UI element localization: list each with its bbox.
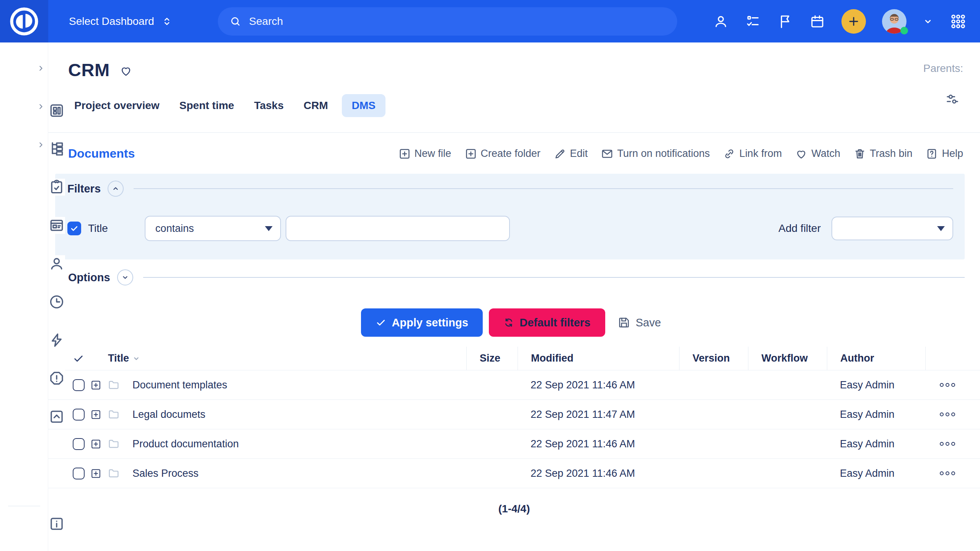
sidebar-expand-toggle[interactable] <box>0 522 48 538</box>
expand-plus-icon[interactable] <box>90 409 102 421</box>
plus-square-icon <box>464 147 477 160</box>
save-button[interactable]: Save <box>611 308 667 337</box>
help-label: Help <box>942 148 963 160</box>
new-file-button[interactable]: New file <box>398 147 451 160</box>
main-content: CRM Parents: Project overview Spent time… <box>48 42 980 551</box>
apply-settings-button[interactable]: Apply settings <box>361 308 483 337</box>
folder-icon <box>107 378 120 391</box>
turn-on-notifications-button[interactable]: Turn on notifications <box>601 147 710 160</box>
link-from-label: Link from <box>739 148 782 160</box>
filters-heading: Filters <box>67 183 101 195</box>
default-filters-button[interactable]: Default filters <box>489 308 605 337</box>
folder-icon <box>107 437 120 450</box>
apps-grid-icon[interactable] <box>949 13 967 30</box>
default-filters-label: Default filters <box>519 316 590 329</box>
tab-dms[interactable]: DMS <box>342 94 385 117</box>
create-folder-button[interactable]: Create folder <box>464 147 541 160</box>
row-checkbox[interactable] <box>73 409 85 421</box>
edit-label: Edit <box>570 148 588 160</box>
document-title[interactable]: Product documentation <box>132 438 239 450</box>
expand-plus-icon[interactable] <box>90 438 102 450</box>
sidebar-item-alerts[interactable] <box>0 328 48 344</box>
trash-bin-button[interactable]: Trash bin <box>853 147 913 160</box>
sidebar-item-info[interactable] <box>0 473 48 490</box>
filters-collapse-button[interactable] <box>108 181 124 197</box>
edit-button[interactable]: Edit <box>554 147 588 160</box>
create-folder-label: Create folder <box>481 148 541 160</box>
expand-plus-icon[interactable] <box>90 379 102 391</box>
tasks-checklist-icon[interactable] <box>745 13 761 29</box>
sidebar-item-upload[interactable] <box>0 366 48 383</box>
tab-project-overview[interactable]: Project overview <box>68 94 166 117</box>
cell-size <box>466 459 518 488</box>
filter-value-input[interactable] <box>286 216 510 241</box>
sidebar-item-time[interactable] <box>0 251 48 268</box>
add-filter-label: Add filter <box>779 222 821 235</box>
search-input[interactable] <box>249 15 666 28</box>
cell-version <box>679 400 748 429</box>
documents-header: Documents New file Create folder Edit Tu… <box>48 133 980 161</box>
row-actions-menu[interactable] <box>925 400 980 429</box>
sort-chevron-down-icon[interactable] <box>132 354 140 363</box>
add-filter-select[interactable] <box>831 217 953 240</box>
row-checkbox[interactable] <box>73 438 85 450</box>
user-icon[interactable] <box>713 13 729 29</box>
check-icon <box>376 317 386 328</box>
sidebar-item-dashboards[interactable] <box>0 60 48 77</box>
search-icon <box>229 15 242 28</box>
dots-menu-icon <box>940 471 944 475</box>
browser-card-icon <box>48 217 65 234</box>
row-actions-menu[interactable] <box>925 429 980 458</box>
watch-label: Watch <box>811 148 840 160</box>
page-header: CRM Parents: Project overview Spent time… <box>48 42 980 133</box>
clock-icon <box>48 293 65 310</box>
account-chevron-down-icon[interactable] <box>923 16 933 27</box>
title-filter-checkbox[interactable] <box>67 222 81 235</box>
quick-add-button[interactable] <box>841 9 866 34</box>
document-title[interactable]: Sales Process <box>132 468 199 479</box>
cell-author: Easy Admin <box>827 429 925 458</box>
sidebar-item-tasks[interactable] <box>0 136 48 153</box>
apply-settings-label: Apply settings <box>392 316 468 329</box>
document-title[interactable]: Document templates <box>132 379 227 391</box>
page-title: CRM <box>68 59 110 80</box>
sidebar-item-boards[interactable] <box>0 174 48 191</box>
flag-icon[interactable] <box>777 13 793 29</box>
sidebar-divider <box>8 506 40 506</box>
info-icon <box>48 515 65 532</box>
link-icon <box>723 147 736 160</box>
options-heading: Options <box>68 271 110 284</box>
tab-crm[interactable]: CRM <box>297 94 334 117</box>
dots-menu-icon <box>940 412 944 416</box>
column-title[interactable]: Title <box>108 352 129 364</box>
sidebar-item-people[interactable] <box>0 213 48 230</box>
expand-plus-icon[interactable] <box>90 468 102 479</box>
link-from-button[interactable]: Link from <box>723 147 782 160</box>
plus-square-icon <box>398 147 411 160</box>
sidebar-item-quick-actions[interactable] <box>0 289 48 306</box>
row-actions-menu[interactable] <box>925 370 980 399</box>
column-version: Version <box>679 347 748 370</box>
row-checkbox[interactable] <box>73 379 85 391</box>
cell-workflow <box>748 400 827 429</box>
new-file-label: New file <box>415 148 451 160</box>
operator-select[interactable]: contains <box>145 216 281 241</box>
favorite-heart-icon[interactable] <box>119 64 133 78</box>
user-avatar[interactable] <box>882 9 906 34</box>
dashboard-selector[interactable]: Select Dashboard <box>69 15 173 28</box>
app-logo[interactable] <box>0 0 48 42</box>
help-button[interactable]: Help <box>925 147 963 160</box>
page-settings-sliders-icon[interactable] <box>945 91 960 107</box>
global-search[interactable] <box>218 7 677 36</box>
notifications-label: Turn on notifications <box>617 148 710 160</box>
row-actions-menu[interactable] <box>925 459 980 488</box>
select-all-check-icon[interactable] <box>73 353 84 364</box>
document-title[interactable]: Legal documets <box>132 409 206 421</box>
watch-button[interactable]: Watch <box>795 147 840 160</box>
sidebar-item-projects[interactable] <box>0 98 48 115</box>
tab-spent-time[interactable]: Spent time <box>173 94 240 117</box>
tab-tasks[interactable]: Tasks <box>248 94 290 117</box>
calendar-icon[interactable] <box>809 13 825 29</box>
options-expand-button[interactable] <box>117 269 133 285</box>
row-checkbox[interactable] <box>73 468 85 479</box>
